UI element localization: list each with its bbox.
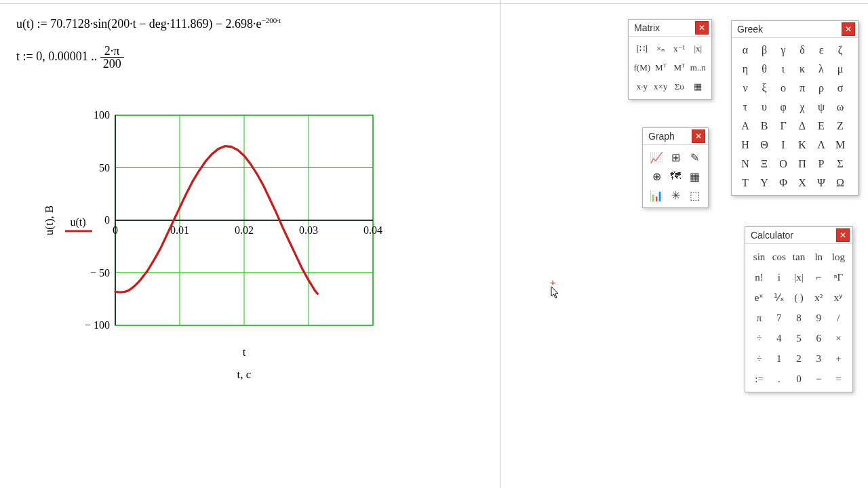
palette-button[interactable]: 4 — [769, 328, 789, 348]
palette-button[interactable]: . — [769, 369, 789, 389]
palette-button[interactable]: ✎ — [685, 148, 704, 167]
palette-button[interactable]: ζ — [831, 41, 850, 60]
palette-button[interactable]: Η — [736, 136, 755, 155]
palette-button[interactable]: η — [736, 60, 755, 79]
palette-button[interactable]: Π — [793, 155, 812, 174]
palette-button[interactable]: [∷] — [633, 39, 652, 58]
palette-button[interactable]: Φ — [774, 174, 793, 192]
calculator-palette-title-bar[interactable]: Calculator ✕ — [745, 227, 852, 244]
palette-button[interactable]: υ — [755, 98, 774, 117]
matrix-close-button[interactable]: ✕ — [695, 21, 709, 35]
palette-button[interactable]: α — [736, 41, 755, 60]
palette-button[interactable]: Β — [755, 117, 774, 136]
matrix-palette-title-bar[interactable]: Matrix ✕ — [629, 20, 711, 37]
palette-button[interactable]: 📊 — [647, 186, 666, 205]
palette-button[interactable]: |x| — [689, 39, 708, 58]
graph-palette[interactable]: Graph ✕ 📈⊞✎⊕🗺▦📊✳⬚ — [642, 127, 709, 208]
palette-button[interactable]: + — [829, 348, 848, 369]
palette-button[interactable]: 3 — [809, 348, 829, 369]
palette-button[interactable]: ψ — [812, 98, 831, 117]
palette-button[interactable]: θ — [755, 60, 774, 79]
palette-button[interactable]: Ι — [774, 136, 793, 155]
palette-button[interactable]: Mᵀ — [670, 58, 689, 77]
palette-button[interactable]: ▦ — [685, 167, 704, 186]
palette-button[interactable]: i — [769, 267, 789, 287]
palette-button[interactable]: φ — [774, 98, 793, 117]
palette-button[interactable]: Mᵀ — [652, 58, 671, 77]
palette-button[interactable]: ⊕ — [647, 167, 666, 186]
palette-button[interactable]: xʸ — [829, 287, 848, 308]
palette-button[interactable]: Ξ — [755, 155, 774, 174]
palette-button[interactable]: ξ — [755, 79, 774, 98]
palette-button[interactable]: × — [829, 328, 848, 348]
palette-button[interactable]: Υ — [755, 174, 774, 192]
palette-button[interactable]: ε — [812, 41, 831, 60]
palette-button[interactable]: := — [749, 369, 769, 389]
palette-button[interactable]: / — [829, 308, 848, 328]
equation-u[interactable]: u(t) := 70.7128·sin(200·t − deg·111.869)… — [16, 16, 281, 31]
palette-button[interactable]: Κ — [793, 136, 812, 155]
calculator-close-button[interactable]: ✕ — [836, 228, 850, 242]
palette-button[interactable]: log — [829, 247, 848, 267]
palette-button[interactable]: ⅟ₓ — [769, 287, 789, 308]
palette-button[interactable]: 5 — [789, 328, 808, 348]
palette-button[interactable]: ⬚ — [685, 186, 704, 205]
palette-button[interactable]: ( ) — [789, 287, 808, 308]
greek-close-button[interactable]: ✕ — [842, 22, 855, 36]
palette-button[interactable]: ln — [809, 247, 829, 267]
palette-button[interactable]: m..n — [689, 58, 708, 77]
palette-button[interactable]: 0 — [789, 369, 808, 389]
palette-button[interactable]: n! — [749, 267, 769, 287]
palette-button[interactable]: x·y — [633, 77, 652, 96]
graph-palette-title-bar[interactable]: Graph ✕ — [643, 128, 708, 145]
palette-button[interactable]: tan — [789, 247, 808, 267]
palette-button[interactable]: ⁿΓ — [829, 267, 848, 287]
palette-button[interactable]: Α — [736, 117, 755, 136]
palette-button[interactable]: π — [749, 308, 769, 328]
palette-button[interactable]: 6 — [809, 328, 829, 348]
palette-button[interactable]: σ — [831, 79, 850, 98]
palette-button[interactable]: ι — [774, 60, 793, 79]
palette-button[interactable]: κ — [793, 60, 812, 79]
palette-button[interactable]: sin — [749, 247, 769, 267]
palette-button[interactable]: μ — [831, 60, 850, 79]
palette-button[interactable]: ⊞ — [666, 148, 685, 167]
xy-plot[interactable]: − 100− 5005010000.010.020.030.04u(t), Bu… — [41, 105, 414, 390]
graph-close-button[interactable]: ✕ — [692, 129, 705, 143]
palette-button[interactable]: δ — [793, 41, 812, 60]
palette-button[interactable]: x⁻¹ — [670, 39, 689, 58]
palette-button[interactable]: 2 — [789, 348, 808, 369]
palette-button[interactable]: − — [809, 369, 829, 389]
palette-button[interactable]: 📈 — [647, 148, 666, 167]
palette-button[interactable]: ×ₙ — [652, 39, 671, 58]
palette-button[interactable]: Ο — [774, 155, 793, 174]
palette-button[interactable]: 🗺 — [666, 167, 685, 186]
palette-button[interactable]: ÷ — [749, 348, 769, 369]
palette-button[interactable]: Ν — [736, 155, 755, 174]
palette-button[interactable]: Δ — [793, 117, 812, 136]
palette-button[interactable]: Σ — [831, 155, 850, 174]
palette-button[interactable]: Λ — [812, 136, 831, 155]
palette-button[interactable]: x×y — [652, 77, 671, 96]
palette-button[interactable]: f(M) — [633, 58, 652, 77]
palette-button[interactable]: Ε — [812, 117, 831, 136]
palette-button[interactable]: ν — [736, 79, 755, 98]
palette-button[interactable]: ⌐ — [809, 267, 829, 287]
palette-button[interactable]: 9 — [809, 308, 829, 328]
greek-palette-title-bar[interactable]: Greek ✕ — [732, 21, 858, 38]
calculator-palette[interactable]: Calculator ✕ sincostanlnlogn!i|x|⌐ⁿΓeˣ⅟ₓ… — [745, 226, 853, 392]
palette-button[interactable]: Χ — [793, 174, 812, 192]
palette-button[interactable]: τ — [736, 98, 755, 117]
matrix-palette[interactable]: Matrix ✕ [∷]×ₙx⁻¹|x|f(M)MᵀMᵀm..nx·yx×yΣυ… — [628, 19, 712, 100]
palette-button[interactable]: Συ — [670, 77, 689, 96]
palette-button[interactable]: γ — [774, 41, 793, 60]
palette-button[interactable]: ρ — [812, 79, 831, 98]
palette-button[interactable]: |x| — [789, 267, 808, 287]
palette-button[interactable]: 8 — [789, 308, 808, 328]
palette-button[interactable]: 1 — [769, 348, 789, 369]
palette-button[interactable]: Ω — [831, 174, 850, 192]
palette-button[interactable]: ✳ — [666, 186, 685, 205]
palette-button[interactable]: Ψ — [812, 174, 831, 192]
greek-palette[interactable]: Greek ✕ αβγδεζηθικλμνξοπρστυφχψωΑΒΓΔΕΖΗΘ… — [731, 20, 859, 196]
palette-button[interactable]: Γ — [774, 117, 793, 136]
